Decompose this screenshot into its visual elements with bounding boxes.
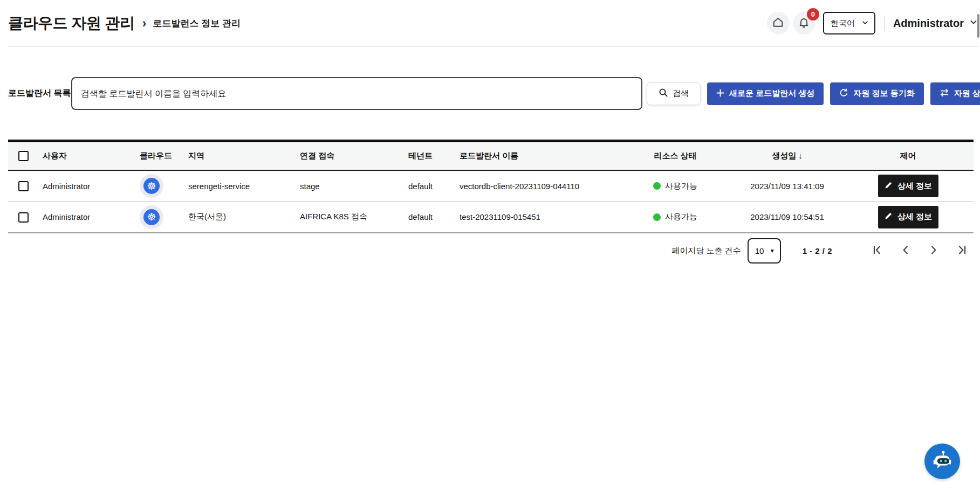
scrollbar-thumb[interactable] [977,14,979,38]
row-checkbox[interactable] [18,181,29,191]
sync-resource-status-label: 자원 상태 동기화 [954,88,980,99]
cell-user: Administrator [38,202,135,233]
swap-arrows-icon [940,88,949,99]
create-loadbalancer-button[interactable]: 새로운 로드발란서 생성 [707,82,824,105]
kubernetes-icon: ☸ [143,209,160,225]
cell-created: 2023/11/09 13:41:09 [732,170,842,202]
user-name: Administrator [893,17,964,30]
column-header-status: 리소스 상태 [619,142,732,170]
detail-info-label: 상세 정보 [897,181,932,191]
cell-control: 상세 정보 [842,170,974,202]
detail-info-button[interactable]: 상세 정보 [878,206,938,228]
cell-created: 2023/11/09 10:54:51 [732,202,842,233]
robot-icon [930,448,955,475]
status-dot-green [653,213,661,221]
breadcrumb-separator-icon: › [142,17,147,30]
cell-connection: AIFRICA K8S 접속 [296,202,404,233]
search-button[interactable]: 검색 [647,82,701,105]
breadcrumb: 클라우드 자원 관리 › 로드발런스 정보 관리 [8,13,241,33]
cell-lb-name: test-20231109-015451 [455,202,619,233]
header-divider [884,16,885,31]
first-page-button[interactable] [871,244,884,257]
per-page-select[interactable]: 10 ▼ [748,238,781,264]
search-icon [659,88,668,99]
language-select[interactable]: 한국어 [823,12,875,34]
next-page-button[interactable] [927,244,940,257]
home-button[interactable] [767,12,790,34]
home-icon [772,16,784,31]
search-input[interactable] [71,77,642,110]
chatbot-button[interactable] [924,443,960,479]
create-loadbalancer-label: 새로운 로드발란서 생성 [729,88,814,99]
sync-resource-info-button[interactable]: 자원 정보 동기화 [830,82,923,105]
search-button-label: 검색 [673,88,689,99]
chevron-down-icon [861,19,869,28]
row-checkbox[interactable] [18,212,29,223]
sync-resource-status-button[interactable]: 자원 상태 동기화 [930,82,980,105]
first-page-icon [872,244,883,258]
column-header-created[interactable]: 생성일↓ [732,142,842,170]
notification-badge: 0 [807,8,819,20]
column-header-control: 제어 [842,142,974,170]
prev-page-button[interactable] [899,244,912,257]
per-page-value: 10 [755,246,764,255]
cell-user: Administrator [38,170,135,202]
column-header-connection: 연결 접속 [296,142,404,170]
language-select-value: 한국어 [831,18,855,29]
toolbar: 로드발란서 목록 검색 새로운 로드발란서 생성 자원 정보 동기화 자원 상태… [8,77,980,110]
list-label: 로드발란서 목록 [8,88,71,99]
cell-region: 한국(서울) [184,202,296,233]
pagination: 페이지당 노출 건수 10 ▼ 1 - 2 / 2 [671,235,968,266]
chevron-left-icon [900,244,912,258]
pagination-range: 1 - 2 / 2 [803,246,832,255]
status-label: 사용가능 [665,181,697,191]
cloud-avatar: ☸ [140,205,163,229]
pencil-icon [884,212,893,222]
sort-desc-icon[interactable]: ↓ [798,151,803,160]
cell-status: 사용가능 [619,202,732,233]
cell-cloud: ☸ [135,202,184,233]
kubernetes-icon: ☸ [143,178,160,194]
status-dot-green [653,182,661,190]
cell-lb-name: vectordb-client-20231109-044110 [455,170,619,202]
loadbalancer-table: 사용자 클라우드 지역 연결 접속 테넌트 로드발란서 이름 리소스 상태 생성… [8,140,974,233]
table-row: Administrator ☸ 한국(서울) AIFRICA K8S 접속 de… [8,202,974,233]
cell-tenant: default [404,202,455,233]
chevron-down-icon [969,18,978,29]
table-body: Administrator ☸ serengeti-service stage … [8,170,974,233]
per-page-label: 페이지당 노출 건수 [671,246,741,256]
last-page-icon [956,244,968,258]
cell-cloud: ☸ [135,170,184,202]
column-header-cloud: 클라우드 [135,142,184,170]
cloud-avatar: ☸ [140,174,163,198]
column-header-tenant: 테넌트 [404,142,455,170]
top-bar: 클라우드 자원 관리 › 로드발런스 정보 관리 0 한국어 Administr… [8,0,978,47]
last-page-button[interactable] [955,244,968,257]
cell-connection: stage [296,170,404,202]
status-label: 사용가능 [665,212,697,222]
plus-icon [716,89,724,99]
table-header-row: 사용자 클라우드 지역 연결 접속 테넌트 로드발란서 이름 리소스 상태 생성… [8,142,974,170]
cell-tenant: default [404,170,455,202]
column-header-user: 사용자 [38,142,135,170]
detail-info-button[interactable]: 상세 정보 [878,175,938,197]
notifications-button[interactable]: 0 [793,12,815,34]
cell-control: 상세 정보 [842,202,974,233]
top-right-actions: 0 한국어 Administrator [767,12,978,34]
user-menu[interactable]: Administrator [893,17,978,30]
breadcrumb-current: 로드발런스 정보 관리 [153,17,241,30]
chevron-right-icon [928,244,940,258]
cell-status: 사용가능 [619,170,732,202]
column-header-region: 지역 [184,142,296,170]
table-row: Administrator ☸ serengeti-service stage … [8,170,974,202]
select-all-checkbox[interactable] [18,151,29,161]
sync-resource-info-label: 자원 정보 동기화 [853,88,914,99]
column-header-lb-name: 로드발란서 이름 [455,142,619,170]
detail-info-label: 상세 정보 [897,212,932,222]
cell-region: serengeti-service [184,170,296,202]
caret-down-icon: ▼ [770,248,775,254]
page-title: 클라우드 자원 관리 [8,13,135,33]
pencil-icon [884,181,893,191]
refresh-icon [839,88,848,99]
